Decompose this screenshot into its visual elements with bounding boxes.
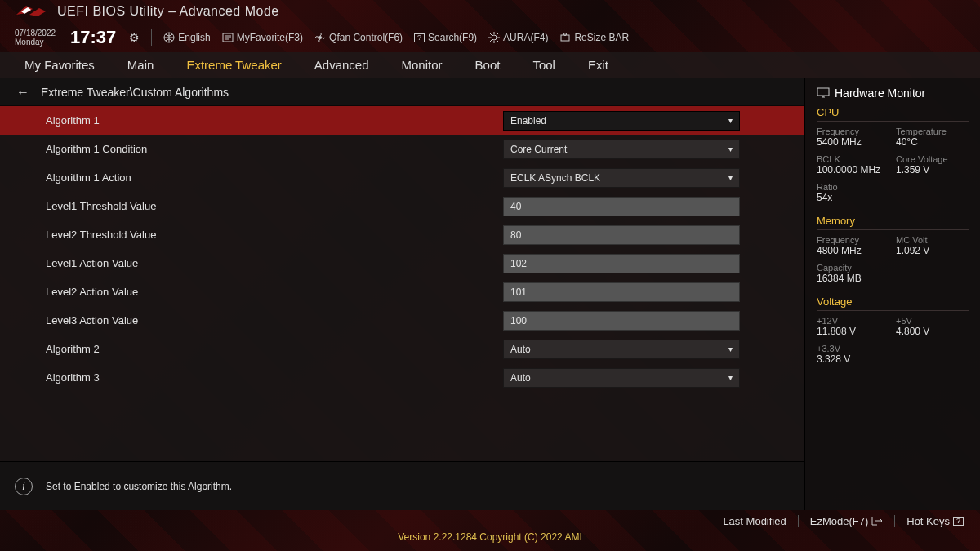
setting-input[interactable]: 102 bbox=[503, 254, 740, 273]
mem-frequency: 4800 MHz bbox=[817, 245, 889, 256]
svg-rect-4 bbox=[561, 35, 569, 41]
exit-icon bbox=[871, 516, 883, 526]
cpu-frequency: 5400 MHz bbox=[817, 136, 889, 148]
svg-rect-6 bbox=[817, 88, 829, 96]
resizebar-button[interactable]: ReSize BAR bbox=[559, 32, 629, 43]
setting-label: Algorithm 1 Condition bbox=[46, 143, 503, 155]
memory-heading: Memory bbox=[817, 215, 969, 230]
setting-row[interactable]: Level2 Action Value101 bbox=[0, 278, 804, 306]
language-selector[interactable]: English bbox=[163, 32, 210, 43]
setting-label: Level3 Action Value bbox=[46, 314, 503, 327]
cpu-heading: CPU bbox=[817, 106, 969, 122]
aura-icon bbox=[488, 32, 500, 43]
rog-logo-icon bbox=[15, 3, 47, 20]
cpu-ratio: 54x bbox=[817, 192, 889, 203]
breadcrumb: Extreme Tweaker\Custom Algorithms bbox=[41, 86, 229, 99]
mem-capacity: 16384 MB bbox=[817, 273, 889, 284]
setting-row[interactable]: Level2 Threshold Value80 bbox=[0, 220, 804, 249]
setting-input[interactable]: 100 bbox=[503, 311, 740, 331]
setting-row[interactable]: Level1 Threshold Value40 bbox=[0, 192, 804, 220]
cpu-core-voltage: 1.359 V bbox=[896, 164, 969, 176]
globe-icon bbox=[163, 32, 175, 43]
setting-label: Level2 Action Value bbox=[46, 286, 503, 298]
setting-input[interactable]: 40 bbox=[503, 197, 740, 216]
svg-point-2 bbox=[318, 36, 322, 39]
setting-dropdown[interactable]: Core Current bbox=[503, 140, 740, 159]
help-text: Set to Enabled to customize this Algorit… bbox=[46, 481, 232, 492]
bios-title: UEFI BIOS Utility – Advanced Mode bbox=[57, 4, 279, 19]
setting-dropdown[interactable]: Auto bbox=[503, 368, 740, 388]
setting-label: Algorithm 3 bbox=[46, 371, 503, 384]
search-icon: ? bbox=[414, 33, 425, 42]
question-icon: ? bbox=[953, 517, 964, 526]
setting-label: Level1 Action Value bbox=[46, 257, 503, 269]
svg-point-3 bbox=[492, 35, 497, 40]
search-button[interactable]: ? Search(F9) bbox=[414, 32, 477, 43]
setting-dropdown[interactable]: ECLK ASynch BCLK bbox=[503, 168, 740, 188]
tab-tool[interactable]: Tool bbox=[532, 58, 555, 72]
back-arrow-icon[interactable]: ← bbox=[16, 85, 29, 100]
hotkeys-button[interactable]: Hot Keys ? bbox=[906, 515, 964, 527]
setting-row[interactable]: Algorithm 1Enabled bbox=[0, 106, 804, 135]
voltage-5v: 4.800 V bbox=[896, 326, 969, 337]
monitor-icon bbox=[817, 87, 830, 99]
version-text: Version 2.22.1284 Copyright (C) 2022 AMI bbox=[0, 531, 980, 551]
setting-label: Level2 Threshold Value bbox=[46, 229, 503, 241]
setting-label: Algorithm 1 Action bbox=[46, 171, 503, 184]
setting-label: Algorithm 2 bbox=[46, 343, 503, 355]
setting-dropdown[interactable]: Enabled bbox=[503, 111, 740, 131]
setting-input[interactable]: 80 bbox=[503, 225, 740, 245]
clock: 17:37 bbox=[70, 27, 116, 48]
aura-button[interactable]: AURA(F4) bbox=[488, 32, 548, 43]
gear-icon[interactable]: ⚙ bbox=[129, 31, 140, 44]
setting-dropdown[interactable]: Auto bbox=[503, 340, 740, 359]
setting-input[interactable]: 101 bbox=[503, 282, 740, 302]
last-modified-button[interactable]: Last Modified bbox=[723, 515, 786, 527]
fan-icon bbox=[314, 32, 326, 43]
setting-row[interactable]: Algorithm 3Auto bbox=[0, 363, 804, 392]
voltage-3v3: 3.328 V bbox=[817, 353, 889, 365]
hardware-monitor-title: Hardware Monitor bbox=[817, 87, 969, 100]
ezmode-button[interactable]: EzMode(F7) bbox=[810, 515, 884, 527]
svg-point-5 bbox=[564, 33, 567, 36]
setting-label: Level1 Threshold Value bbox=[46, 200, 503, 212]
favorite-icon bbox=[222, 32, 234, 43]
date-block: 07/18/2022 Monday bbox=[15, 29, 56, 47]
tab-monitor[interactable]: Monitor bbox=[402, 58, 443, 72]
setting-row[interactable]: Level1 Action Value102 bbox=[0, 249, 804, 278]
setting-label: Algorithm 1 bbox=[46, 114, 503, 127]
cpu-bclk: 100.0000 MHz bbox=[817, 164, 889, 176]
tab-bar: My FavoritesMainExtreme TweakerAdvancedM… bbox=[0, 52, 980, 78]
tab-main[interactable]: Main bbox=[127, 58, 154, 72]
mem-mc-volt: 1.092 V bbox=[896, 245, 969, 256]
tab-exit[interactable]: Exit bbox=[588, 58, 608, 72]
setting-row[interactable]: Algorithm 2Auto bbox=[0, 335, 804, 363]
info-icon: i bbox=[15, 478, 33, 495]
setting-row[interactable]: Algorithm 1 ActionECLK ASynch BCLK bbox=[0, 163, 804, 192]
tab-boot[interactable]: Boot bbox=[475, 58, 501, 72]
myfavorite-button[interactable]: MyFavorite(F3) bbox=[222, 32, 303, 43]
tab-my-favorites[interactable]: My Favorites bbox=[24, 58, 95, 72]
setting-row[interactable]: Algorithm 1 ConditionCore Current bbox=[0, 135, 804, 163]
tab-extreme-tweaker[interactable]: Extreme Tweaker bbox=[186, 58, 281, 72]
resize-icon bbox=[559, 32, 571, 43]
voltage-12v: 11.808 V bbox=[817, 326, 889, 337]
cpu-temperature: 40°C bbox=[896, 136, 969, 148]
qfan-button[interactable]: Qfan Control(F6) bbox=[314, 32, 403, 43]
tab-advanced[interactable]: Advanced bbox=[314, 58, 369, 72]
setting-row[interactable]: Level3 Action Value100 bbox=[0, 306, 804, 335]
voltage-heading: Voltage bbox=[817, 295, 969, 311]
